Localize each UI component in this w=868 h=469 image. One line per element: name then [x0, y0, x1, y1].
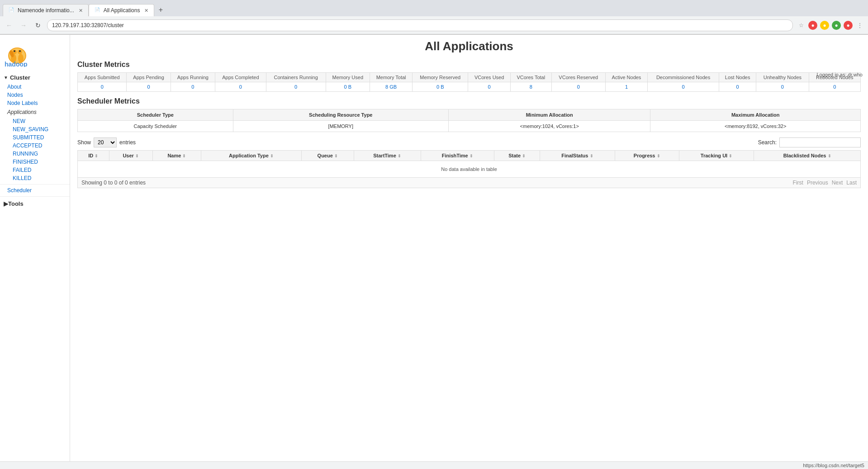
sort-arrows-type: ⇕: [270, 154, 274, 158]
app-col-name[interactable]: Name ⇕: [152, 151, 201, 161]
val-vcores-total[interactable]: 8: [510, 82, 551, 92]
sidebar-item-nodes[interactable]: Nodes: [0, 91, 70, 99]
entries-select[interactable]: 10 20 25 50 100: [94, 137, 117, 147]
scheduler-metrics-table: Scheduler Type Scheduling Resource Type …: [77, 109, 861, 132]
tools-arrow-icon: ▶: [4, 200, 8, 207]
val-memory-total[interactable]: 8 GB: [370, 82, 412, 92]
bookmark-icon[interactable]: ☆: [797, 21, 806, 30]
extension-icon-2[interactable]: ●: [820, 21, 829, 30]
pagination-first[interactable]: First: [793, 180, 803, 186]
app-col-starttime[interactable]: StartTime ⇕: [354, 151, 421, 161]
app-col-blacklisted[interactable]: Blacklisted Nodes ⇕: [754, 151, 861, 161]
no-data-cell: No data available in table: [78, 161, 861, 178]
sidebar-tools-label: Tools: [8, 200, 24, 207]
col-containers-running: Containers Running: [266, 73, 326, 82]
sched-val-type: Capacity Scheduler: [78, 121, 233, 132]
val-vcores-used[interactable]: 0: [468, 82, 511, 92]
sidebar-item-new-saving[interactable]: NEW_SAVING: [0, 125, 70, 133]
sidebar-item-accepted[interactable]: ACCEPTED: [0, 142, 70, 150]
tab-namenode[interactable]: 📄 Namenode informatio... ✕: [3, 4, 89, 16]
sort-arrows-user: ⇕: [135, 154, 139, 158]
sidebar-item-submitted[interactable]: SUBMITTED: [0, 133, 70, 142]
col-apps-submitted: Apps Submitted: [78, 73, 127, 82]
sort-arrows-blacklisted: ⇕: [828, 154, 831, 158]
tab-close-1[interactable]: ✕: [79, 8, 83, 14]
tab-bar: 📄 Namenode informatio... ✕ 📄 All Applica…: [0, 0, 868, 16]
col-vcores-used: VCores Used: [468, 73, 511, 82]
col-apps-completed: Apps Completed: [215, 73, 266, 82]
app-col-id[interactable]: ID ⇕: [78, 151, 109, 161]
extension-icon-3[interactable]: ●: [832, 21, 841, 30]
col-vcores-reserved: VCores Reserved: [551, 73, 605, 82]
val-active-nodes[interactable]: 1: [605, 82, 647, 92]
val-apps-submitted[interactable]: 0: [78, 82, 127, 92]
page-wrapper: hadoop ▼ Cluster About Nodes Node Labels…: [0, 35, 868, 469]
sched-col-min: Minimum Allocation: [449, 109, 650, 121]
app-col-finalstatus[interactable]: FinalStatus ⇕: [540, 151, 615, 161]
pagination-next[interactable]: Next: [832, 180, 843, 186]
sidebar-item-nodelabels[interactable]: Node Labels: [0, 99, 70, 107]
sidebar-item-new[interactable]: NEW: [0, 117, 70, 125]
app-col-queue[interactable]: Queue ⇕: [301, 151, 354, 161]
val-apps-running[interactable]: 0: [171, 82, 215, 92]
app-col-finishtime[interactable]: FinishTime ⇕: [421, 151, 494, 161]
sort-arrows-name: ⇕: [182, 154, 186, 158]
cluster-metrics-title: Cluster Metrics: [77, 61, 861, 69]
val-unhealthy-nodes[interactable]: 0: [756, 82, 809, 92]
sched-col-type: Scheduler Type: [78, 109, 233, 121]
new-tab-button[interactable]: +: [154, 4, 167, 16]
val-containers-running[interactable]: 0: [266, 82, 326, 92]
val-lost-nodes[interactable]: 0: [719, 82, 756, 92]
table-controls: Show 10 20 25 50 100 entries Search:: [77, 137, 861, 147]
sort-arrows-finalstatus: ⇕: [590, 154, 593, 158]
tab-allapps[interactable]: 📄 All Applications ✕: [89, 4, 155, 16]
pagination-links: First Previous Next Last: [793, 180, 857, 186]
address-input[interactable]: [47, 19, 793, 31]
col-unhealthy-nodes: Unhealthy Nodes: [756, 73, 809, 82]
val-memory-used[interactable]: 0 B: [326, 82, 370, 92]
sidebar-item-scheduler[interactable]: Scheduler: [0, 186, 70, 194]
app-col-type[interactable]: Application Type ⇕: [201, 151, 301, 161]
val-decommissioned-nodes[interactable]: 0: [647, 82, 719, 92]
app-col-progress[interactable]: Progress ⇕: [615, 151, 679, 161]
sidebar-cluster-header[interactable]: ▼ Cluster: [0, 72, 70, 83]
val-apps-completed[interactable]: 0: [215, 82, 266, 92]
main-content: All Applications Cluster Metrics Apps Su…: [70, 35, 868, 469]
sort-arrows-id: ⇕: [95, 154, 98, 158]
sched-val-min: <memory:1024, vCores:1>: [449, 121, 650, 132]
col-apps-running: Apps Running: [171, 73, 215, 82]
val-vcores-reserved[interactable]: 0: [551, 82, 605, 92]
browser-actions: ☆ ● ● ● ● ⋮: [797, 21, 864, 30]
back-button[interactable]: ←: [4, 20, 14, 31]
app-col-trackingui[interactable]: Tracking UI ⇕: [679, 151, 754, 161]
val-rebooted-nodes[interactable]: 0: [809, 82, 860, 92]
tab-label-1: Namenode informatio...: [18, 7, 74, 14]
sidebar-item-about[interactable]: About: [0, 83, 70, 91]
sidebar-item-failed[interactable]: FAILED: [0, 166, 70, 174]
tab-favicon-1: 📄: [9, 7, 15, 14]
app-col-state[interactable]: State ⇕: [494, 151, 540, 161]
search-input[interactable]: [779, 137, 861, 147]
pagination-previous[interactable]: Previous: [807, 180, 828, 186]
svg-text:hadoop: hadoop: [5, 61, 28, 67]
menu-button[interactable]: ⋮: [855, 21, 864, 30]
sidebar-tools-header[interactable]: ▶ Tools: [0, 199, 70, 209]
pagination-last[interactable]: Last: [846, 180, 857, 186]
sched-val-resource: [MEMORY]: [233, 121, 448, 132]
col-memory-total: Memory Total: [370, 73, 412, 82]
col-memory-used: Memory Used: [326, 73, 370, 82]
forward-button[interactable]: →: [18, 20, 29, 31]
sidebar-item-finished[interactable]: FINISHED: [0, 158, 70, 166]
sort-arrows-queue: ⇕: [334, 154, 338, 158]
tab-close-2[interactable]: ✕: [144, 8, 148, 14]
extension-icon-1[interactable]: ●: [808, 21, 817, 30]
app-col-user[interactable]: User ⇕: [109, 151, 152, 161]
val-apps-pending[interactable]: 0: [127, 82, 171, 92]
search-label: Search:: [758, 139, 777, 146]
sidebar-item-running[interactable]: RUNNING: [0, 150, 70, 158]
extension-icon-4[interactable]: ●: [844, 21, 853, 30]
val-memory-reserved[interactable]: 0 B: [413, 82, 468, 92]
sidebar-item-killed[interactable]: KILLED: [0, 174, 70, 182]
sidebar: hadoop ▼ Cluster About Nodes Node Labels…: [0, 35, 70, 469]
reload-button[interactable]: ↻: [33, 20, 43, 31]
